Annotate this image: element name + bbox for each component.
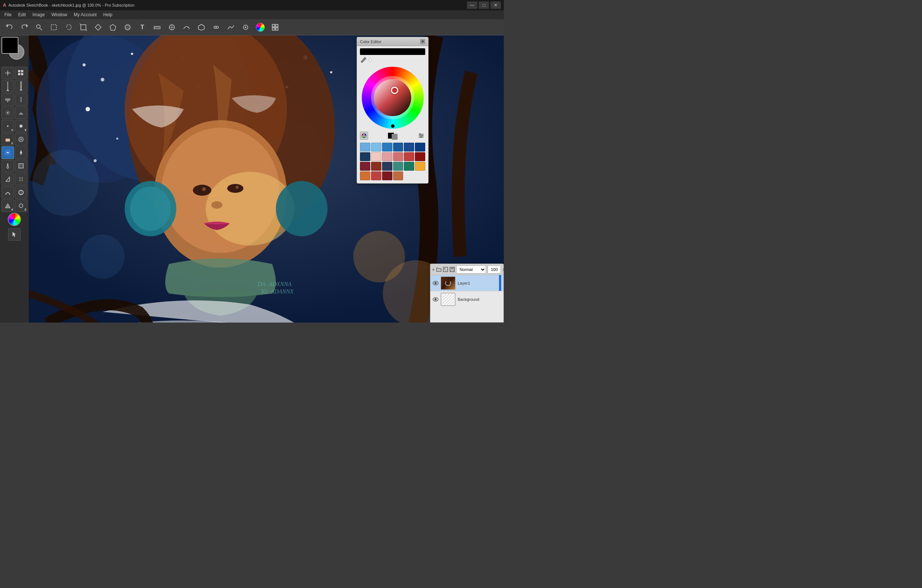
swatch-11[interactable] xyxy=(404,152,414,161)
menu-edit[interactable]: Edit xyxy=(15,11,29,18)
smudge-tool[interactable] xyxy=(15,133,27,145)
airbrush-tool[interactable] xyxy=(2,106,14,119)
square-brush[interactable] xyxy=(15,160,27,172)
background-layer-row[interactable]: Background xyxy=(430,291,504,307)
undo-button[interactable] xyxy=(3,21,16,34)
stabilizer-button[interactable] xyxy=(239,21,252,34)
layer-folder-button[interactable] xyxy=(436,265,441,274)
color-cursor[interactable] xyxy=(391,87,398,94)
swatch-14[interactable] xyxy=(371,162,381,171)
redo-button[interactable] xyxy=(18,21,31,34)
swatch-20[interactable] xyxy=(371,172,381,180)
lasso-button[interactable] xyxy=(62,21,75,34)
background-visibility-icon[interactable] xyxy=(433,296,438,302)
curve-button[interactable] xyxy=(180,21,193,34)
swatch-7[interactable] xyxy=(360,152,370,161)
swatch-5[interactable] xyxy=(404,143,414,152)
layer-save-button[interactable] xyxy=(450,265,455,274)
swatch-1[interactable] xyxy=(360,143,370,152)
brush-grid-button[interactable] xyxy=(15,67,27,79)
swatch-9[interactable] xyxy=(382,152,392,161)
layer1-row[interactable]: Layer1 xyxy=(430,275,504,291)
layer1-visibility-icon[interactable] xyxy=(433,280,438,286)
color-black-bar[interactable] xyxy=(360,48,425,55)
3d-button[interactable] xyxy=(195,21,208,34)
swatch-12[interactable] xyxy=(415,152,425,161)
background-thumbnail[interactable] xyxy=(441,293,456,306)
swatch-18[interactable] xyxy=(415,162,425,171)
swatch-19[interactable] xyxy=(360,172,370,180)
foreground-color-swatch[interactable] xyxy=(2,37,18,54)
color-selector-inner[interactable] xyxy=(374,79,411,116)
symmetry-button[interactable] xyxy=(165,21,178,34)
tool-size2[interactable]: 2 xyxy=(15,199,27,212)
menu-help[interactable]: Help xyxy=(100,11,115,18)
swatch-4[interactable] xyxy=(393,143,404,152)
active-brush-tool[interactable] xyxy=(2,146,14,159)
swatch-10[interactable] xyxy=(393,152,404,161)
blend-tool-2[interactable] xyxy=(15,186,27,199)
transform-button[interactable] xyxy=(92,21,105,34)
color-palette-icon[interactable] xyxy=(360,132,368,140)
smudge-brush[interactable] xyxy=(15,106,27,119)
thin-brush[interactable] xyxy=(15,93,27,106)
color-wheel[interactable] xyxy=(362,67,424,129)
minimize-button[interactable]: — xyxy=(467,2,477,9)
add-layer-button[interactable]: + xyxy=(432,265,435,274)
color-editor-header[interactable]: Color Editor ✕ xyxy=(357,37,428,46)
swatch-2[interactable] xyxy=(371,143,381,152)
menu-image[interactable]: Image xyxy=(29,11,47,18)
adjust-icon[interactable] xyxy=(417,132,425,140)
pen-tool[interactable] xyxy=(15,146,27,159)
swatch-15[interactable] xyxy=(382,162,392,171)
swatch-21[interactable] xyxy=(382,172,392,180)
perspective-button[interactable] xyxy=(106,21,119,34)
crop-button[interactable] xyxy=(77,21,90,34)
swatch-13[interactable] xyxy=(360,162,370,171)
tool-size4[interactable]: 4 xyxy=(2,199,14,212)
layer-image-button[interactable] xyxy=(443,265,448,274)
layers-menu-button[interactable]: ≡ xyxy=(502,265,504,274)
brush-size1[interactable]: 1 xyxy=(2,120,14,132)
menu-window[interactable]: Window xyxy=(48,11,70,18)
menu-file[interactable]: File xyxy=(2,11,15,18)
blend-mode-select[interactable]: Normal Multiply Screen Overlay Hard Ligh… xyxy=(456,265,486,274)
fill-button[interactable] xyxy=(121,21,134,34)
pencil-brush[interactable] xyxy=(2,80,14,93)
maximize-button[interactable]: □ xyxy=(479,2,489,9)
texture-brush[interactable] xyxy=(15,173,27,185)
brush-select-button[interactable] xyxy=(2,67,14,79)
color-wheel-left[interactable] xyxy=(8,213,21,226)
layout-button[interactable] xyxy=(268,21,282,34)
select-rect-button[interactable] xyxy=(47,21,60,34)
chisel-brush[interactable] xyxy=(2,173,14,185)
color-wheel-ring[interactable] xyxy=(362,67,424,129)
bg-mini-swatch[interactable] xyxy=(392,134,397,140)
swatch-17[interactable] xyxy=(404,162,414,171)
swatch-8[interactable] xyxy=(371,152,381,161)
canvas-area[interactable]: DA: ADXNNA IG: ADANNX Color Editor ✕ xyxy=(29,35,504,323)
flat-brush[interactable] xyxy=(2,93,14,106)
swatch-22[interactable] xyxy=(393,172,404,180)
layer1-thumbnail[interactable] xyxy=(441,276,456,290)
smooth-button[interactable] xyxy=(224,21,237,34)
eyedropper-icon[interactable] xyxy=(360,56,367,64)
text-button[interactable]: T xyxy=(136,21,149,34)
brush-size3[interactable]: 3 xyxy=(15,120,27,132)
menu-my-account[interactable]: My Account xyxy=(71,11,100,18)
opacity-input[interactable]: 100 xyxy=(487,265,501,274)
arrow-cursor-tool[interactable] xyxy=(8,228,21,241)
close-button[interactable]: ✕ xyxy=(490,2,501,9)
zoom-button[interactable] xyxy=(33,21,46,34)
marker-brush[interactable] xyxy=(15,80,27,93)
color-editor-close-button[interactable]: ✕ xyxy=(420,39,425,44)
color-wheel-toolbar-button[interactable] xyxy=(254,21,267,34)
eraser-tool[interactable]: 1 xyxy=(2,133,14,145)
blend-tool[interactable] xyxy=(2,186,14,199)
thin-pen-tool[interactable] xyxy=(2,160,14,172)
ruler-button[interactable] xyxy=(150,21,164,34)
swatch-3[interactable] xyxy=(382,143,392,152)
color-wheel-container[interactable] xyxy=(357,65,428,130)
multitouch-button[interactable] xyxy=(209,21,223,34)
swatch-6[interactable] xyxy=(415,143,425,152)
